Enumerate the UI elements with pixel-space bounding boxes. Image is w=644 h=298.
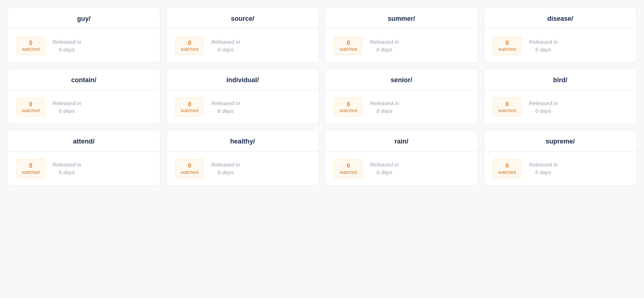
card-header-senior: senior/ — [325, 69, 478, 90]
card-attend[interactable]: attend/ 0 watched Released in6 days — [7, 130, 160, 186]
watched-badge-source: 0 watched — [175, 36, 204, 55]
watched-label-source: watched — [181, 46, 198, 52]
watched-badge-healthy: 0 watched — [175, 159, 204, 178]
card-header-source: source/ — [166, 8, 319, 29]
watched-count-summer: 0 — [340, 39, 357, 46]
card-title-individual: individual/ — [226, 76, 259, 84]
card-body-senior: 0 watched Released in6 days — [325, 90, 478, 124]
card-header-rain: rain/ — [325, 130, 478, 152]
watched-label-individual: watched — [181, 108, 198, 113]
card-individual[interactable]: individual/ 0 watched Released in6 days — [166, 69, 319, 124]
card-title-disease: disease/ — [547, 15, 573, 22]
watched-label-supreme: watched — [498, 169, 516, 175]
card-title-guy: guy/ — [77, 15, 91, 22]
watched-badge-guy: 0 watched — [16, 36, 45, 55]
watched-badge-summer: 0 watched — [334, 36, 363, 55]
watched-count-contain: 0 — [22, 101, 39, 108]
watched-label-summer: watched — [340, 46, 357, 52]
card-bird[interactable]: bird/ 0 watched Released in6 days — [484, 69, 637, 124]
card-title-supreme: supreme/ — [545, 138, 575, 145]
watched-label-guy: watched — [22, 46, 39, 52]
card-header-summer: summer/ — [325, 8, 478, 29]
release-info-guy: Released in6 days — [52, 38, 81, 53]
watched-count-attend: 0 — [22, 162, 39, 169]
watched-count-individual: 0 — [181, 101, 198, 108]
release-info-individual: Released in6 days — [211, 99, 240, 115]
card-header-attend: attend/ — [8, 130, 160, 152]
watched-badge-rain: 0 watched — [334, 159, 363, 178]
watched-badge-supreme: 0 watched — [493, 159, 521, 178]
watched-count-rain: 0 — [340, 162, 357, 169]
watched-count-bird: 0 — [498, 101, 516, 108]
watched-count-guy: 0 — [22, 39, 39, 46]
card-body-bird: 0 watched Released in6 days — [484, 90, 636, 124]
card-senior[interactable]: senior/ 0 watched Released in6 days — [325, 69, 478, 124]
card-header-bird: bird/ — [484, 69, 636, 90]
release-info-summer: Released in6 days — [370, 38, 399, 53]
cards-grid: guy/ 0 watched Released in6 days source/… — [7, 7, 637, 186]
card-body-source: 0 watched Released in6 days — [166, 29, 319, 62]
watched-count-supreme: 0 — [498, 162, 516, 169]
card-rain[interactable]: rain/ 0 watched Released in6 days — [325, 130, 478, 186]
card-title-bird: bird/ — [553, 76, 567, 84]
card-title-summer: summer/ — [388, 15, 415, 22]
card-title-attend: attend/ — [73, 138, 95, 145]
release-info-disease: Released in6 days — [529, 38, 557, 53]
watched-badge-contain: 0 watched — [16, 98, 45, 116]
watched-count-healthy: 0 — [181, 162, 198, 169]
release-info-bird: Released in6 days — [529, 99, 557, 115]
card-contain[interactable]: contain/ 0 watched Released in6 days — [7, 69, 160, 124]
card-title-rain: rain/ — [394, 138, 408, 145]
release-info-healthy: Released in6 days — [211, 161, 240, 176]
card-healthy[interactable]: healthy/ 0 watched Released in6 days — [166, 130, 319, 186]
watched-label-senior: watched — [340, 108, 357, 113]
watched-count-disease: 0 — [498, 39, 516, 46]
card-title-source: source/ — [231, 15, 254, 22]
watched-badge-attend: 0 watched — [16, 159, 45, 178]
card-body-individual: 0 watched Released in6 days — [166, 90, 319, 124]
watched-badge-disease: 0 watched — [493, 36, 521, 55]
card-guy[interactable]: guy/ 0 watched Released in6 days — [7, 7, 160, 63]
card-header-disease: disease/ — [484, 8, 636, 29]
watched-badge-bird: 0 watched — [493, 98, 521, 116]
release-info-source: Released in6 days — [211, 38, 240, 53]
card-header-healthy: healthy/ — [166, 130, 319, 152]
card-body-rain: 0 watched Released in6 days — [325, 152, 478, 185]
card-body-healthy: 0 watched Released in6 days — [166, 152, 319, 185]
card-body-disease: 0 watched Released in6 days — [484, 29, 636, 62]
card-disease[interactable]: disease/ 0 watched Released in6 days — [484, 7, 637, 63]
watched-badge-senior: 0 watched — [334, 98, 363, 116]
card-title-healthy: healthy/ — [230, 138, 255, 145]
release-info-senior: Released in6 days — [370, 99, 399, 115]
card-summer[interactable]: summer/ 0 watched Released in6 days — [325, 7, 478, 63]
card-title-senior: senior/ — [391, 76, 412, 84]
card-header-individual: individual/ — [166, 69, 319, 90]
watched-badge-individual: 0 watched — [175, 98, 204, 116]
card-header-guy: guy/ — [8, 8, 160, 29]
card-supreme[interactable]: supreme/ 0 watched Released in6 days — [484, 130, 637, 186]
card-body-attend: 0 watched Released in6 days — [8, 152, 160, 185]
watched-label-disease: watched — [498, 46, 516, 52]
card-body-supreme: 0 watched Released in6 days — [484, 152, 636, 185]
release-info-supreme: Released in6 days — [529, 161, 557, 176]
card-source[interactable]: source/ 0 watched Released in6 days — [166, 7, 319, 63]
release-info-attend: Released in6 days — [52, 161, 81, 176]
watched-label-healthy: watched — [181, 169, 198, 175]
watched-count-senior: 0 — [340, 101, 357, 108]
card-title-contain: contain/ — [71, 76, 96, 84]
card-body-summer: 0 watched Released in6 days — [325, 29, 478, 62]
watched-label-bird: watched — [498, 108, 516, 113]
watched-label-rain: watched — [340, 169, 357, 175]
watched-label-attend: watched — [22, 169, 39, 175]
release-info-rain: Released in6 days — [370, 161, 399, 176]
watched-label-contain: watched — [22, 108, 39, 113]
release-info-contain: Released in6 days — [52, 99, 81, 115]
card-body-contain: 0 watched Released in6 days — [8, 90, 160, 124]
card-header-supreme: supreme/ — [484, 130, 636, 152]
card-header-contain: contain/ — [8, 69, 160, 90]
card-body-guy: 0 watched Released in6 days — [8, 29, 160, 62]
watched-count-source: 0 — [181, 39, 198, 46]
